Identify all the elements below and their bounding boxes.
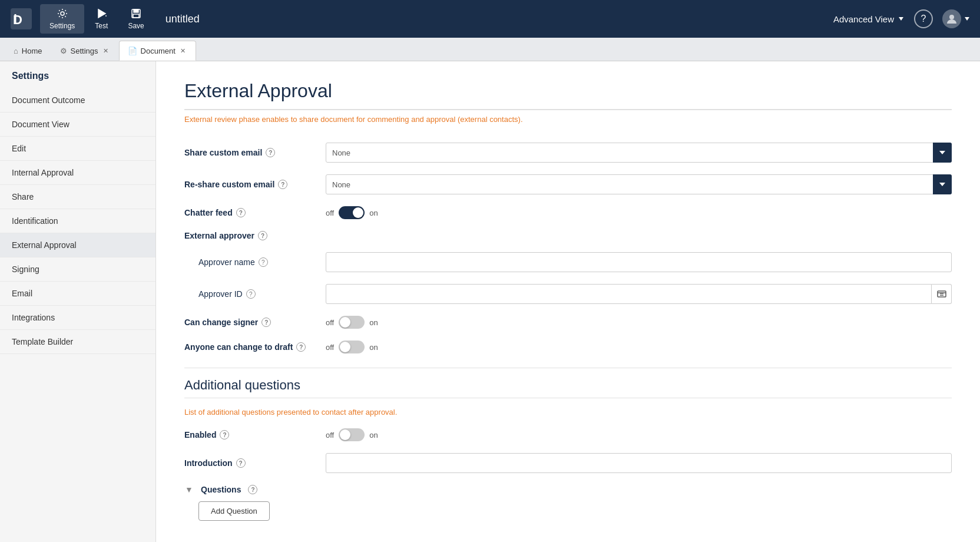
approver-id-row: Approver ID ? <box>184 284 952 304</box>
user-menu-button[interactable] <box>942 9 971 28</box>
reshare-custom-email-select[interactable]: None <box>326 174 952 194</box>
tab-document-close[interactable]: ✕ <box>179 47 187 55</box>
approver-name-label: Approver name ? <box>184 257 314 267</box>
approver-id-help-icon[interactable]: ? <box>246 289 256 299</box>
share-custom-email-control: None <box>326 143 952 163</box>
introduction-help-icon[interactable]: ? <box>236 458 246 468</box>
questions-section: Add Question <box>184 501 952 521</box>
approver-id-browse-button[interactable] <box>932 284 952 304</box>
anyone-can-change-draft-off-label: off <box>326 343 334 352</box>
sidebar-item-signing[interactable]: Signing <box>0 257 155 282</box>
share-custom-email-help-icon[interactable]: ? <box>266 148 275 157</box>
sidebar-item-edit[interactable]: Edit <box>0 137 155 161</box>
browse-icon <box>937 289 946 299</box>
chatter-feed-control: off on <box>326 206 952 219</box>
anyone-can-change-draft-on-label: on <box>369 343 378 352</box>
can-change-signer-track <box>339 316 365 329</box>
questions-row: ▼ Questions ? <box>184 485 952 494</box>
test-nav-button[interactable]: Test <box>85 4 117 34</box>
anyone-can-change-draft-thumb <box>340 342 350 352</box>
enabled-on-label: on <box>369 431 378 439</box>
document-title: untitled <box>154 13 833 25</box>
additional-questions-description: List of additional questions presented t… <box>184 408 952 417</box>
can-change-signer-row: Can change signer ? off on <box>184 316 952 329</box>
page-description-prefix: External review phase enables to share d… <box>184 115 460 124</box>
can-change-signer-control: off on <box>326 316 952 329</box>
enabled-row: Enabled ? off on <box>184 428 952 441</box>
chatter-feed-row: Chatter feed ? off on <box>184 206 952 219</box>
share-custom-email-select[interactable]: None <box>326 143 952 163</box>
questions-help-icon[interactable]: ? <box>248 485 257 494</box>
tab-settings[interactable]: ⚙ Settings ✕ <box>51 41 119 61</box>
approver-name-input[interactable] <box>326 252 952 272</box>
settings-nav-button[interactable]: Settings <box>40 4 84 34</box>
approver-name-control <box>326 252 952 272</box>
tab-home[interactable]: ⌂ Home <box>5 41 51 61</box>
reshare-custom-email-control: None <box>326 174 952 194</box>
introduction-label: Introduction ? <box>184 458 314 468</box>
settings-tab-icon: ⚙ <box>60 47 67 55</box>
document-tab-icon: 📄 <box>128 47 137 55</box>
enabled-toggle[interactable] <box>339 428 365 441</box>
enabled-thumb <box>340 429 350 440</box>
sidebar-item-document-view-label: Document View <box>12 120 69 129</box>
sidebar-item-template-builder[interactable]: Template Builder <box>0 330 155 354</box>
anyone-can-change-draft-label: Anyone can change to draft ? <box>184 342 314 352</box>
introduction-input[interactable] <box>326 453 952 473</box>
page-description-suffix: ). <box>518 115 523 124</box>
anyone-can-change-draft-help-icon[interactable]: ? <box>296 342 306 352</box>
approver-name-help-icon[interactable]: ? <box>259 257 268 267</box>
tab-bar: ⌂ Home ⚙ Settings ✕ 📄 Document ✕ <box>0 38 980 61</box>
sidebar-item-document-outcome[interactable]: Document Outcome <box>0 88 155 113</box>
approver-id-label: Approver ID ? <box>184 289 314 299</box>
svg-marker-4 <box>98 9 105 18</box>
sidebar-title: Settings <box>0 61 155 88</box>
section-divider <box>184 368 952 368</box>
sidebar-item-share[interactable]: Share <box>0 185 155 209</box>
enabled-toggle-row: off on <box>326 428 952 441</box>
reshare-custom-email-help-icon[interactable]: ? <box>278 180 287 189</box>
nav-actions: Settings Test Save <box>40 4 154 34</box>
can-change-signer-toggle[interactable] <box>339 316 365 329</box>
advanced-view-button[interactable]: Advanced View <box>833 14 905 24</box>
tab-document[interactable]: 📄 Document ✕ <box>119 41 196 61</box>
sidebar-item-integrations[interactable]: Integrations <box>0 306 155 330</box>
sidebar: Settings Document Outcome Document View … <box>0 61 156 542</box>
enabled-track <box>339 428 365 441</box>
questions-collapse-icon[interactable]: ▼ <box>184 485 194 494</box>
sidebar-item-identification[interactable]: Identification <box>0 209 155 233</box>
can-change-signer-help-icon[interactable]: ? <box>261 318 271 327</box>
external-approver-label: External approver ? <box>184 231 314 240</box>
sidebar-item-external-approval[interactable]: External Approval <box>0 233 155 257</box>
tab-settings-label: Settings <box>71 47 98 55</box>
sidebar-item-internal-approval[interactable]: Internal Approval <box>0 161 155 185</box>
enabled-control: off on <box>326 428 952 441</box>
page-description: External review phase enables to share d… <box>184 115 952 124</box>
sidebar-item-document-view[interactable]: Document View <box>0 113 155 137</box>
chatter-feed-toggle[interactable] <box>339 206 365 219</box>
chatter-feed-track <box>339 206 365 219</box>
questions-label: ▼ Questions ? <box>184 485 314 494</box>
svg-marker-11 <box>965 17 969 21</box>
sidebar-item-signing-label: Signing <box>12 265 39 274</box>
svg-rect-7 <box>134 9 138 12</box>
tab-settings-close[interactable]: ✕ <box>102 47 110 55</box>
advanced-view-label: Advanced View <box>833 14 894 24</box>
introduction-row: Introduction ? <box>184 453 952 473</box>
main-layout: Settings Document Outcome Document View … <box>0 61 980 542</box>
anyone-can-change-draft-toggle[interactable] <box>339 341 365 353</box>
svg-text:D: D <box>13 12 22 27</box>
approver-id-input-group <box>326 284 952 304</box>
add-question-button[interactable]: Add Question <box>198 501 270 521</box>
enabled-help-icon[interactable]: ? <box>220 430 229 439</box>
svg-rect-8 <box>133 14 139 18</box>
sidebar-item-email-label: Email <box>12 289 32 298</box>
share-custom-email-label: Share custom email ? <box>184 148 314 157</box>
save-nav-button[interactable]: Save <box>118 4 153 34</box>
external-approver-help-icon[interactable]: ? <box>258 231 267 240</box>
sidebar-item-email[interactable]: Email <box>0 282 155 306</box>
nav-right: Advanced View ? <box>833 9 980 28</box>
approver-id-input[interactable] <box>326 284 932 304</box>
chatter-feed-help-icon[interactable]: ? <box>236 208 246 217</box>
help-button[interactable]: ? <box>914 9 933 28</box>
